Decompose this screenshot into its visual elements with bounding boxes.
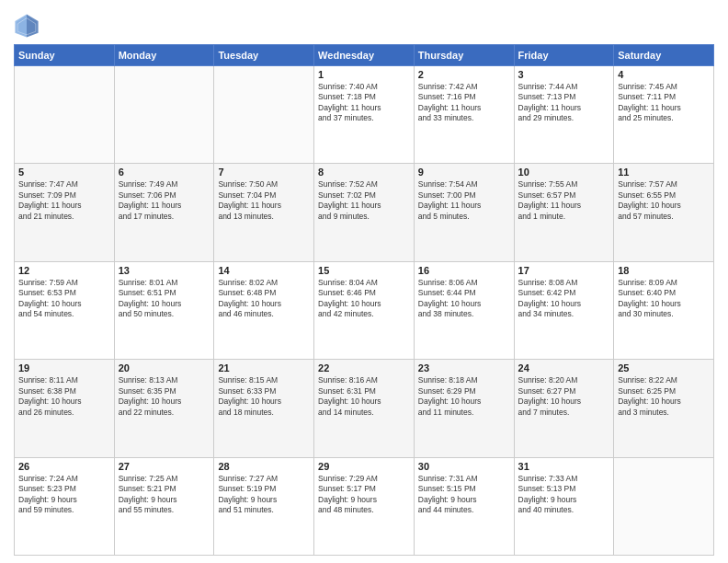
day-number: 14 <box>218 265 310 276</box>
day-info: Sunrise: 7:31 AM Sunset: 5:15 PM Dayligh… <box>418 474 510 516</box>
day-cell <box>214 66 314 164</box>
day-info: Sunrise: 7:27 AM Sunset: 5:19 PM Dayligh… <box>218 474 310 516</box>
day-number: 30 <box>418 461 510 472</box>
day-number: 31 <box>518 461 610 472</box>
svg-marker-2 <box>15 14 27 37</box>
day-info: Sunrise: 7:57 AM Sunset: 6:55 PM Dayligh… <box>618 179 710 222</box>
day-number: 4 <box>618 69 710 80</box>
calendar: SundayMondayTuesdayWednesdayThursdayFrid… <box>14 44 714 556</box>
day-info: Sunrise: 7:54 AM Sunset: 7:00 PM Dayligh… <box>418 179 510 222</box>
day-cell: 16Sunrise: 8:06 AM Sunset: 6:44 PM Dayli… <box>414 261 514 359</box>
day-info: Sunrise: 8:18 AM Sunset: 6:29 PM Dayligh… <box>418 375 510 418</box>
day-number: 7 <box>218 167 310 178</box>
day-number: 15 <box>318 265 410 276</box>
day-number: 1 <box>318 69 410 80</box>
col-header-saturday: Saturday <box>614 45 714 66</box>
day-info: Sunrise: 7:52 AM Sunset: 7:02 PM Dayligh… <box>318 179 410 222</box>
week-row-4: 26Sunrise: 7:24 AM Sunset: 5:23 PM Dayli… <box>15 457 714 555</box>
day-info: Sunrise: 7:45 AM Sunset: 7:11 PM Dayligh… <box>618 82 710 124</box>
week-row-0: 1Sunrise: 7:40 AM Sunset: 7:18 PM Daylig… <box>15 66 714 164</box>
day-cell: 25Sunrise: 8:22 AM Sunset: 6:25 PM Dayli… <box>614 360 714 457</box>
day-number: 2 <box>418 69 510 80</box>
day-info: Sunrise: 8:01 AM Sunset: 6:51 PM Dayligh… <box>119 278 210 320</box>
day-info: Sunrise: 8:15 AM Sunset: 6:33 PM Dayligh… <box>218 375 310 418</box>
col-header-friday: Friday <box>514 45 614 66</box>
day-info: Sunrise: 7:33 AM Sunset: 5:13 PM Dayligh… <box>518 474 610 516</box>
col-header-thursday: Thursday <box>414 45 514 66</box>
day-number: 24 <box>518 362 610 373</box>
day-cell: 13Sunrise: 8:01 AM Sunset: 6:51 PM Dayli… <box>114 261 214 359</box>
day-number: 26 <box>18 461 110 472</box>
page: SundayMondayTuesdayWednesdayThursdayFrid… <box>0 0 728 563</box>
day-cell: 20Sunrise: 8:13 AM Sunset: 6:35 PM Dayli… <box>114 360 214 457</box>
day-cell: 9Sunrise: 7:54 AM Sunset: 7:00 PM Daylig… <box>414 164 514 261</box>
day-number: 25 <box>618 362 710 373</box>
col-header-monday: Monday <box>114 45 214 66</box>
day-cell: 12Sunrise: 7:59 AM Sunset: 6:53 PM Dayli… <box>15 261 115 359</box>
day-cell: 11Sunrise: 7:57 AM Sunset: 6:55 PM Dayli… <box>614 164 714 261</box>
day-cell: 2Sunrise: 7:42 AM Sunset: 7:16 PM Daylig… <box>414 66 514 164</box>
day-info: Sunrise: 8:09 AM Sunset: 6:40 PM Dayligh… <box>618 278 710 320</box>
day-number: 8 <box>318 167 410 178</box>
day-cell: 19Sunrise: 8:11 AM Sunset: 6:38 PM Dayli… <box>15 360 115 457</box>
day-cell: 21Sunrise: 8:15 AM Sunset: 6:33 PM Dayli… <box>214 360 314 457</box>
day-info: Sunrise: 8:06 AM Sunset: 6:44 PM Dayligh… <box>418 278 510 320</box>
col-header-wednesday: Wednesday <box>314 45 415 66</box>
day-number: 29 <box>318 461 410 472</box>
day-info: Sunrise: 7:24 AM Sunset: 5:23 PM Dayligh… <box>18 474 110 516</box>
day-info: Sunrise: 7:49 AM Sunset: 7:06 PM Dayligh… <box>119 179 210 222</box>
day-number: 16 <box>418 265 510 276</box>
day-cell: 7Sunrise: 7:50 AM Sunset: 7:04 PM Daylig… <box>214 164 314 261</box>
day-cell: 22Sunrise: 8:16 AM Sunset: 6:31 PM Dayli… <box>314 360 415 457</box>
day-info: Sunrise: 8:04 AM Sunset: 6:46 PM Dayligh… <box>318 278 410 320</box>
day-cell: 27Sunrise: 7:25 AM Sunset: 5:21 PM Dayli… <box>114 457 214 555</box>
day-cell <box>614 457 714 555</box>
day-info: Sunrise: 8:11 AM Sunset: 6:38 PM Dayligh… <box>18 375 110 418</box>
day-info: Sunrise: 7:40 AM Sunset: 7:18 PM Dayligh… <box>318 82 410 124</box>
day-number: 22 <box>318 362 410 373</box>
day-number: 27 <box>119 461 210 472</box>
day-number: 3 <box>518 69 610 80</box>
day-info: Sunrise: 8:16 AM Sunset: 6:31 PM Dayligh… <box>318 375 410 418</box>
day-info: Sunrise: 7:55 AM Sunset: 6:57 PM Dayligh… <box>518 179 610 222</box>
day-info: Sunrise: 7:42 AM Sunset: 7:16 PM Dayligh… <box>418 82 510 124</box>
day-number: 9 <box>418 167 510 178</box>
col-header-tuesday: Tuesday <box>214 45 314 66</box>
day-cell: 23Sunrise: 8:18 AM Sunset: 6:29 PM Dayli… <box>414 360 514 457</box>
day-number: 18 <box>618 265 710 276</box>
day-info: Sunrise: 8:20 AM Sunset: 6:27 PM Dayligh… <box>518 375 610 418</box>
day-cell <box>114 66 214 164</box>
day-cell: 10Sunrise: 7:55 AM Sunset: 6:57 PM Dayli… <box>514 164 614 261</box>
day-cell: 4Sunrise: 7:45 AM Sunset: 7:11 PM Daylig… <box>614 66 714 164</box>
week-row-2: 12Sunrise: 7:59 AM Sunset: 6:53 PM Dayli… <box>15 261 714 359</box>
day-info: Sunrise: 7:47 AM Sunset: 7:09 PM Dayligh… <box>18 179 110 222</box>
day-cell: 8Sunrise: 7:52 AM Sunset: 7:02 PM Daylig… <box>314 164 415 261</box>
day-number: 11 <box>618 167 710 178</box>
col-header-sunday: Sunday <box>15 45 115 66</box>
day-cell: 14Sunrise: 8:02 AM Sunset: 6:48 PM Dayli… <box>214 261 314 359</box>
day-cell: 29Sunrise: 7:29 AM Sunset: 5:17 PM Dayli… <box>314 457 415 555</box>
day-cell: 17Sunrise: 8:08 AM Sunset: 6:42 PM Dayli… <box>514 261 614 359</box>
day-cell: 26Sunrise: 7:24 AM Sunset: 5:23 PM Dayli… <box>15 457 115 555</box>
day-info: Sunrise: 7:25 AM Sunset: 5:21 PM Dayligh… <box>119 474 210 516</box>
logo <box>14 13 43 39</box>
day-cell: 6Sunrise: 7:49 AM Sunset: 7:06 PM Daylig… <box>114 164 214 261</box>
day-info: Sunrise: 8:13 AM Sunset: 6:35 PM Dayligh… <box>119 375 210 418</box>
week-row-3: 19Sunrise: 8:11 AM Sunset: 6:38 PM Dayli… <box>15 360 714 457</box>
day-info: Sunrise: 7:59 AM Sunset: 6:53 PM Dayligh… <box>18 278 110 320</box>
day-info: Sunrise: 7:50 AM Sunset: 7:04 PM Dayligh… <box>218 179 310 222</box>
day-number: 28 <box>218 461 310 472</box>
day-cell: 28Sunrise: 7:27 AM Sunset: 5:19 PM Dayli… <box>214 457 314 555</box>
day-cell: 30Sunrise: 7:31 AM Sunset: 5:15 PM Dayli… <box>414 457 514 555</box>
day-info: Sunrise: 8:22 AM Sunset: 6:25 PM Dayligh… <box>618 375 710 418</box>
day-number: 19 <box>18 362 110 373</box>
day-number: 20 <box>119 362 210 373</box>
day-number: 12 <box>18 265 110 276</box>
day-cell: 3Sunrise: 7:44 AM Sunset: 7:13 PM Daylig… <box>514 66 614 164</box>
week-row-1: 5Sunrise: 7:47 AM Sunset: 7:09 PM Daylig… <box>15 164 714 261</box>
day-number: 13 <box>119 265 210 276</box>
logo-icon <box>14 13 40 39</box>
day-info: Sunrise: 7:44 AM Sunset: 7:13 PM Dayligh… <box>518 82 610 124</box>
day-info: Sunrise: 7:29 AM Sunset: 5:17 PM Dayligh… <box>318 474 410 516</box>
day-number: 6 <box>119 167 210 178</box>
